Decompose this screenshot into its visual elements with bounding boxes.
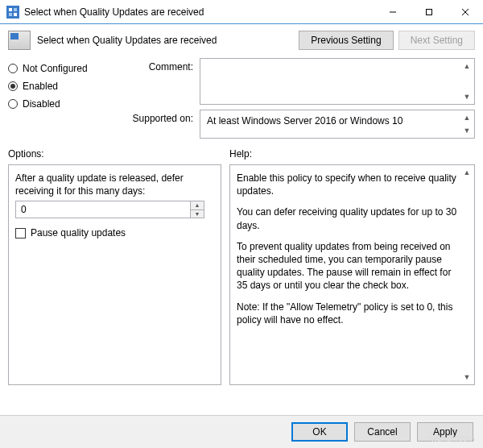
scroll-up-icon[interactable]: ▲ [460, 111, 473, 124]
radio-label: Enabled [23, 81, 58, 92]
comment-label: Comment: [121, 58, 193, 105]
scroll-down-icon[interactable]: ▼ [460, 124, 473, 137]
options-label: Options: [8, 148, 221, 160]
radio-icon [8, 64, 18, 73]
cancel-button[interactable]: Cancel [354, 422, 411, 442]
radio-label: Not Configured [23, 63, 88, 74]
scroll-up-icon[interactable]: ▲ [460, 60, 473, 73]
policy-icon [8, 31, 31, 50]
pause-updates-checkbox[interactable]: Pause quality updates [15, 226, 204, 239]
help-paragraph: Enable this policy to specify when to re… [237, 172, 458, 197]
help-pane: Enable this policy to specify when to re… [229, 164, 475, 385]
dialog-button-bar: OK Cancel Apply [0, 415, 483, 448]
help-paragraph: Note: If the "Allow Telemetry" policy is… [237, 301, 458, 326]
policy-header: Select when Quality Updates are received… [0, 24, 483, 56]
comment-textarea[interactable]: ▲ ▼ [200, 58, 475, 105]
defer-days-input[interactable] [16, 201, 190, 218]
help-label: Help: [229, 148, 475, 160]
radio-disabled[interactable]: Disabled [8, 98, 113, 110]
help-paragraph: You can defer receiving quality updates … [237, 205, 458, 231]
help-paragraph: To prevent quality updates from being re… [237, 240, 458, 292]
next-setting-button: Next Setting [398, 31, 475, 50]
window-title: Select when Quality Updates are received [24, 6, 374, 18]
window-titlebar: Select when Quality Updates are received [0, 0, 483, 24]
close-button[interactable] [447, 0, 483, 24]
svg-rect-1 [426, 9, 431, 15]
supported-value: At least Windows Server 2016 or Windows … [207, 115, 402, 127]
checkbox-icon [15, 228, 26, 239]
supported-label: Supported on: [121, 110, 193, 139]
scroll-down-icon[interactable]: ▼ [460, 90, 473, 103]
supported-on-box: At least Windows Server 2016 or Windows … [200, 110, 475, 139]
defer-description: After a quality update is released, defe… [15, 172, 204, 197]
defer-days-spinner[interactable]: ▲ ▼ [15, 201, 204, 218]
policy-title: Select when Quality Updates are received [37, 35, 292, 46]
pause-updates-label: Pause quality updates [31, 226, 126, 239]
maximize-button[interactable] [411, 0, 447, 24]
ok-button[interactable]: OK [291, 422, 348, 442]
scroll-down-icon[interactable]: ▼ [460, 371, 473, 384]
scroll-up-icon[interactable]: ▲ [460, 166, 473, 179]
radio-icon [8, 99, 18, 109]
previous-setting-button[interactable]: Previous Setting [299, 31, 393, 50]
spinner-up-button[interactable]: ▲ [191, 201, 204, 210]
app-icon [6, 6, 19, 19]
spinner-down-button[interactable]: ▼ [191, 210, 204, 218]
radio-not-configured[interactable]: Not Configured [8, 63, 113, 74]
radio-enabled[interactable]: Enabled [8, 81, 113, 92]
minimize-button[interactable] [374, 0, 411, 24]
options-pane: After a quality update is released, defe… [8, 164, 221, 385]
apply-button[interactable]: Apply [417, 422, 473, 442]
radio-icon [8, 81, 18, 91]
radio-label: Disabled [23, 98, 60, 110]
